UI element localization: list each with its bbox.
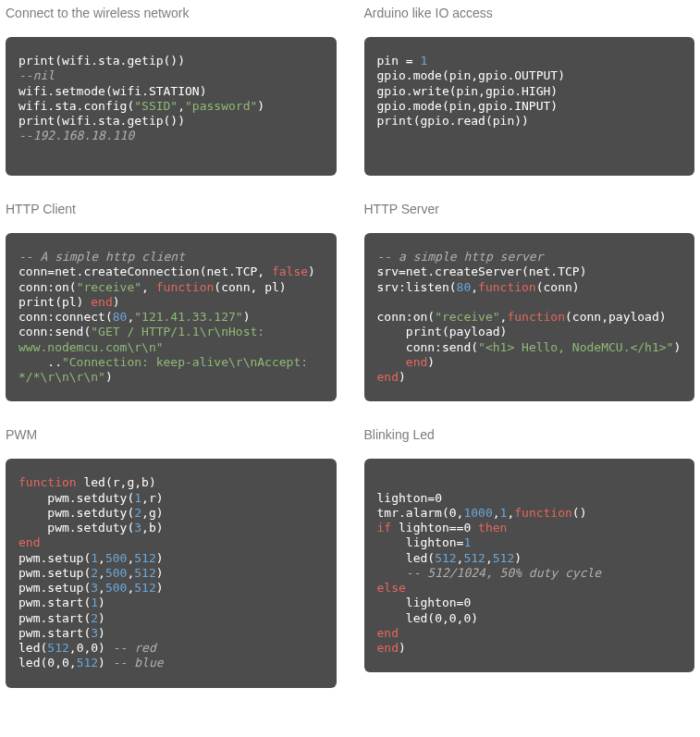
- section-pwm: PWM function led(r,g,b) pwm.setduty(1,r)…: [6, 427, 337, 687]
- code-line: print(wifi.sta.getip()): [18, 114, 185, 128]
- code-keyword: end: [377, 370, 399, 384]
- code-keyword: false: [272, 264, 308, 278]
- code-text: pwm.start(: [18, 611, 91, 625]
- code-text: ): [113, 295, 120, 309]
- code-text: ,: [485, 551, 493, 565]
- code-text: pwm.start(: [18, 626, 91, 640]
- code-string: "receive": [435, 310, 499, 324]
- code-text: led(: [18, 656, 47, 669]
- code-number: 0: [449, 506, 457, 520]
- code-text: lighton=: [377, 491, 436, 505]
- code-keyword: else: [377, 581, 406, 595]
- code-text: pwm.setduty(: [18, 521, 134, 534]
- code-text: ,b): [141, 521, 163, 534]
- code-number: 3: [134, 521, 141, 534]
- code-text: pwm.setup(: [18, 581, 91, 595]
- code-number: 0: [449, 611, 457, 625]
- code-text: ..: [18, 355, 62, 369]
- code-text: ): [399, 641, 406, 655]
- code-httpclient: -- A simple http client conn=net.createC…: [6, 233, 337, 401]
- code-text: conn=net.createConnection(net.TCP,: [18, 264, 272, 278]
- code-line: srv=net.createServer(net.TCP): [377, 264, 587, 278]
- code-number: 2: [134, 506, 141, 520]
- code-keyword: end: [91, 295, 112, 309]
- code-number: 1: [91, 596, 98, 609]
- code-text: ): [98, 596, 105, 609]
- code-text: ,: [471, 280, 478, 294]
- title-blink: Blinking Led: [364, 427, 695, 442]
- code-text: conn:send(: [18, 325, 91, 338]
- code-line: gpio.write(pin,gpio.HIGH): [377, 84, 559, 98]
- code-text: conn:connect(: [18, 310, 113, 324]
- code-keyword: then: [478, 521, 507, 534]
- code-number: 500: [105, 551, 127, 565]
- code-text: ): [156, 581, 164, 595]
- code-number: 0: [435, 491, 442, 505]
- code-text: conn:on(: [18, 280, 77, 294]
- code-text: lighton=: [377, 596, 464, 609]
- code-keyword: function: [478, 280, 536, 294]
- code-text: ): [156, 566, 164, 580]
- code-httpserver: -- a simple http server srv=net.createSe…: [364, 233, 695, 401]
- code-text: [377, 355, 406, 369]
- code-number: 1000: [463, 506, 492, 520]
- code-text: ,: [178, 99, 185, 113]
- code-text: (conn): [536, 280, 580, 294]
- title-pwm: PWM: [6, 427, 337, 442]
- code-number: 0: [47, 656, 55, 669]
- code-arduino: pin = 1 gpio.mode(pin,gpio.OUTPUT) gpio.…: [364, 37, 695, 176]
- code-text: wifi.sta.config(: [18, 99, 134, 113]
- section-httpserver: HTTP Server -- a simple http server srv=…: [364, 202, 695, 401]
- code-string: "receive": [77, 280, 141, 294]
- code-number: 1: [91, 551, 98, 565]
- section-httpclient: HTTP Client -- A simple http client conn…: [6, 202, 337, 401]
- code-number: 512: [77, 656, 98, 669]
- code-text: ,: [69, 656, 77, 669]
- code-text: led(: [18, 641, 47, 655]
- code-number: 0: [463, 596, 471, 609]
- section-wifi: Connect to the wireless network print(wi…: [6, 6, 337, 176]
- code-text: [471, 521, 478, 534]
- title-httpclient: HTTP Client: [6, 202, 337, 216]
- code-number: 512: [134, 566, 155, 580]
- code-line: gpio.mode(pin,gpio.INPUT): [377, 99, 559, 113]
- code-line: print(payload): [377, 325, 508, 338]
- code-text: ,: [69, 641, 77, 655]
- code-text: conn:send(: [377, 340, 479, 354]
- code-text: ,: [98, 566, 105, 580]
- code-text: pwm.start(: [18, 596, 91, 609]
- code-text: led(r,g,b): [77, 475, 156, 489]
- code-string: "Connection: keep-alive\r\nAccept: */*\r…: [18, 355, 315, 384]
- code-text: led(: [377, 611, 436, 625]
- code-text: ): [514, 551, 522, 565]
- code-text: led(: [377, 551, 436, 565]
- title-arduino: Arduino like IO access: [364, 6, 695, 20]
- code-number: 80: [457, 280, 472, 294]
- code-line: wifi.setmode(wifi.STATION): [18, 84, 207, 98]
- code-keyword: function: [156, 280, 215, 294]
- examples-grid: Connect to the wireless network print(wi…: [6, 6, 694, 714]
- code-number: 0: [435, 611, 442, 625]
- code-text: (conn,payload): [565, 310, 667, 324]
- code-text: lighton==: [391, 521, 463, 534]
- code-comment: -- a simple http server: [377, 250, 544, 264]
- code-text: pin =: [377, 54, 421, 68]
- code-number: 512: [435, 551, 456, 565]
- code-pwm: function led(r,g,b) pwm.setduty(1,r) pwm…: [6, 459, 337, 687]
- code-text: pwm.setduty(: [18, 506, 134, 520]
- code-comment: -- red: [113, 641, 156, 655]
- code-text: ): [399, 370, 406, 384]
- code-comment: -- 512/1024, 50% duty cycle: [377, 566, 602, 580]
- code-number: 500: [105, 566, 127, 580]
- title-wifi: Connect to the wireless network: [6, 6, 337, 20]
- code-string: "<h1> Hello, NodeMCU.</h1>": [478, 340, 673, 354]
- section-arduino: Arduino like IO access pin = 1 gpio.mode…: [364, 6, 695, 176]
- code-number: 512: [47, 641, 68, 655]
- code-text: ): [471, 611, 478, 625]
- code-number: 80: [113, 310, 128, 324]
- code-comment: --nil: [18, 68, 55, 82]
- code-text: ): [105, 370, 113, 384]
- code-number: 2: [91, 611, 98, 625]
- code-text: ): [98, 656, 113, 669]
- code-wifi: print(wifi.sta.getip()) --nil wifi.setmo…: [6, 37, 337, 176]
